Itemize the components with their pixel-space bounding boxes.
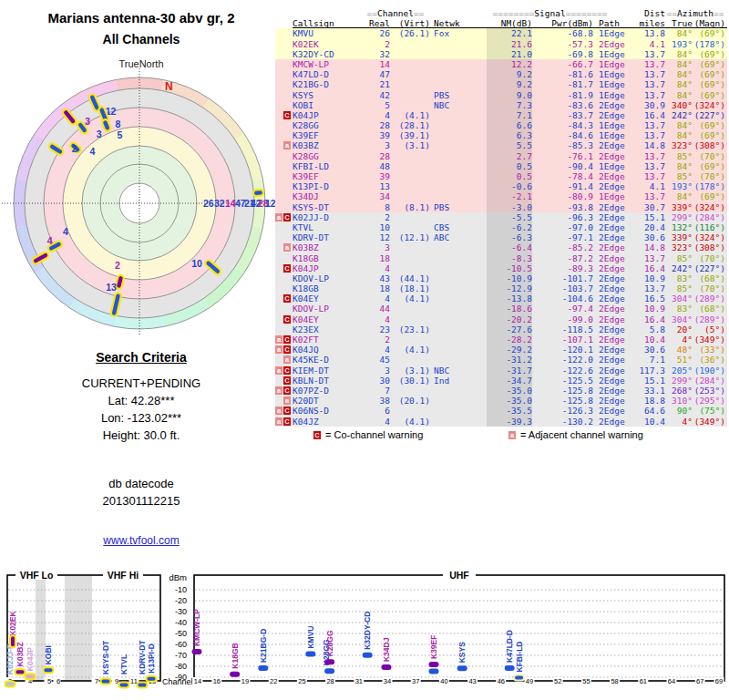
cell-nm-db: 9.2 [463, 69, 532, 79]
cell-nm-db: 9.0 [463, 90, 532, 100]
channel-tick-label: 58 [611, 677, 618, 685]
cell-true-azimuth: 48° [665, 345, 693, 355]
chart-station-label: K02EK [8, 610, 17, 635]
cell-distance-miles: 64.6 [637, 406, 665, 416]
warning-badge-cell [275, 49, 293, 59]
search-height: Height: 30.0 ft. [23, 427, 260, 445]
cell-path: 1Edge [593, 79, 637, 89]
cell-path: 2Edge [593, 212, 637, 222]
cell-nm-db: -6.2 [463, 222, 532, 232]
warning-badge-cell [275, 28, 293, 38]
warning-badge-cell [275, 232, 293, 242]
cell-virtual-channel [390, 181, 430, 191]
cell-distance-miles: 13.7 [637, 79, 665, 89]
search-lon: Lon: -123.02*** [23, 410, 260, 427]
cell-distance-miles: 10.9 [637, 273, 665, 283]
uhf-label: UHF [449, 570, 469, 581]
chart-station-label: K28GG [325, 630, 334, 656]
cell-distance-miles: 16.4 [637, 263, 665, 273]
chart-station-label: K32DY-CD [363, 612, 372, 650]
chart-station-pill [457, 665, 467, 671]
table-row: a K03BZ 3 (3.1) 5.5 -85.3 2Edge 14.8 323… [275, 140, 727, 150]
chart-station-label: KFBI-LD [515, 641, 524, 672]
table-row: KTVL 10 CBS -6.2 -97.0 2Edge 20.4 132° (… [275, 222, 727, 232]
cell-nm-db: -6.4 [463, 242, 532, 252]
cell-magnetic-azimuth: (36°) [693, 355, 725, 365]
cell-power-dbm: -80.9 [532, 191, 593, 201]
cell-callsign: K34DJ [293, 191, 361, 201]
cell-distance-miles: 15.1 [637, 376, 665, 386]
cell-path: 2Edge [593, 417, 637, 427]
radar-channel-label: 4 [63, 226, 68, 237]
channel-tick-label: 28 [326, 677, 334, 685]
cell-power-dbm: -90.4 [532, 161, 593, 171]
cell-path: 2Edge [593, 386, 637, 396]
col-callsign: Callsign [293, 18, 361, 28]
cell-real-channel: 4 [361, 417, 390, 427]
cell-distance-miles: 14.8 [637, 140, 665, 150]
warning-badge-cell: aC [275, 212, 293, 222]
chart-station-pill [514, 674, 524, 680]
cell-magnetic-azimuth: (69°) [693, 59, 725, 69]
cell-network [430, 181, 463, 191]
cell-virtual-channel [390, 355, 430, 365]
station-table-body: KMVU 26 (26.1) Fox 22.1 -68.8 1Edge 13.8… [275, 28, 727, 426]
cell-power-dbm: -93.8 [532, 202, 593, 212]
cell-nm-db: -0.6 [463, 181, 532, 191]
cell-network [430, 151, 463, 161]
cell-power-dbm: -97.4 [532, 304, 593, 314]
cell-virtual-channel: (4.1) [390, 110, 430, 120]
cell-real-channel: 42 [361, 90, 390, 100]
cell-virtual-channel [390, 171, 430, 181]
cell-real-channel: 4 [361, 263, 390, 273]
radar-east-channel-label: 26 [203, 198, 214, 209]
cell-callsign: K07PZ-D [293, 386, 361, 396]
table-row: a K20DT 38 (20.1) -35.0 -125.8 2Edge 18.… [275, 396, 727, 406]
warning-badge-cell: aC [275, 365, 293, 376]
co-channel-warning-badge: C [283, 264, 291, 273]
table-column-header-row: Callsign Real (Virt) Netwk NM(dB) Pwr(dB… [275, 18, 727, 28]
table-row: aC KIEM-DT 3 (3.1) NBC -31.7 -122.6 2Edg… [275, 365, 727, 376]
warning-badge-cell [275, 130, 293, 140]
channel-tick-label: 14 [194, 677, 201, 685]
cell-network [430, 253, 463, 263]
cell-real-channel: 18 [361, 253, 390, 263]
cell-true-azimuth: 304° [665, 314, 693, 324]
cell-virtual-channel: (39.1) [390, 130, 430, 140]
cell-real-channel: 4 [361, 345, 390, 355]
chart-station-pill [324, 659, 334, 664]
cell-callsign: KFBI-LD [293, 161, 361, 171]
channel-tick-label: 9 [115, 677, 118, 685]
cell-magnetic-azimuth: (68°) [693, 304, 725, 314]
tvfool-link[interactable]: www.tvfool.com [103, 534, 179, 547]
co-channel-warning-badge: C [283, 417, 291, 426]
cell-nm-db: 0.5 [463, 171, 532, 181]
radar-channel-label: 2 [115, 260, 120, 271]
chart-station-label: KOBI [44, 645, 53, 664]
cell-distance-miles: 13.7 [637, 161, 665, 171]
cell-nm-db: 21.6 [463, 39, 532, 49]
cell-callsign: K02JJ-D [293, 212, 361, 222]
cell-path: 2Edge [593, 293, 637, 304]
cell-path: 2Edge [593, 355, 637, 365]
col-nm: NM(dB) [463, 18, 532, 28]
table-row: KOBI 5 NBC 7.3 -83.6 2Edge 30.9 340° (32… [275, 100, 727, 110]
cell-network [430, 212, 463, 222]
cell-distance-miles: 13.7 [637, 120, 665, 130]
co-channel-warning-badge: C [283, 386, 291, 395]
cell-nm-db: 12.2 [463, 59, 532, 69]
chart-station-pill [230, 672, 240, 677]
cell-path: 1Edge [593, 120, 637, 130]
cell-virtual-channel: (23.1) [390, 324, 430, 335]
adjacent-warning-badge: a [283, 141, 291, 149]
cell-nm-db: 2.7 [463, 151, 532, 161]
cell-power-dbm: -68.8 [532, 28, 593, 38]
cell-virtual-channel [390, 100, 430, 110]
chart-station-label: KMVU [306, 626, 315, 649]
channel-tick-label: 31 [355, 677, 363, 685]
cell-virtual-channel: (4.1) [390, 345, 430, 355]
radar-channel-label: 4 [90, 146, 96, 157]
cell-callsign: KBLN-DT [293, 376, 361, 386]
cell-network [430, 110, 463, 120]
signal-group-header: ========Signal======== [463, 8, 637, 18]
